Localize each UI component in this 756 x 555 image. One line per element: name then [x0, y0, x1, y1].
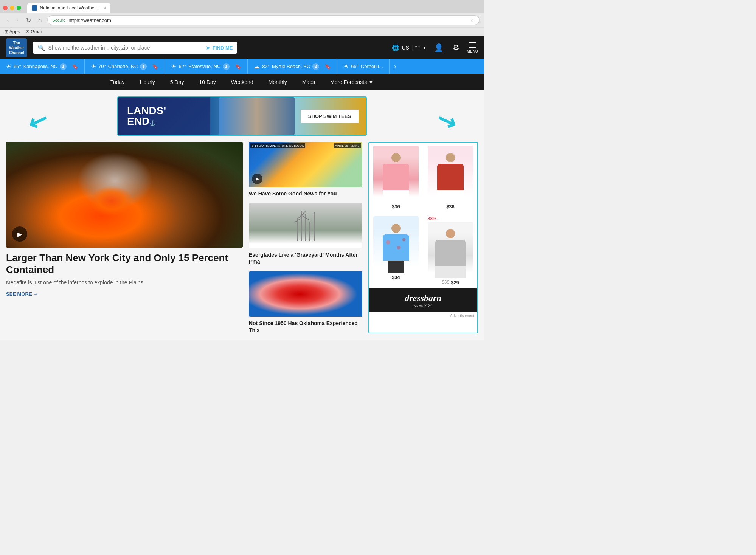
search-input[interactable]: [48, 45, 203, 51]
nav-maps[interactable]: Maps: [295, 74, 323, 90]
location-item-4[interactable]: ☀ 65° Corneliu...: [337, 59, 390, 74]
location-item-2[interactable]: ☀ 62° Statesville, NC 1 🔖: [165, 59, 248, 74]
fire-glow: [89, 186, 134, 216]
discount-badge-3: -48%: [427, 216, 436, 221]
temp-unit-display: °F: [415, 45, 420, 51]
url-text: https://weather.com: [68, 17, 467, 23]
location-city-1: Charlotte, NC: [108, 64, 138, 69]
ad-text-area: LANDS'END⚓: [118, 99, 210, 133]
side-article-image-0: 8-14 DAY TEMPERATURE OUTLOOK APRIL 26 - …: [249, 142, 362, 187]
forward-button[interactable]: ›: [14, 16, 20, 24]
ad-banner-area: ↙ ↘ LANDS'END⚓ SHOP SWIM TEES: [6, 96, 478, 136]
maximize-window-dot[interactable]: [17, 6, 21, 10]
dressbarn-sizes: sizes 2-24: [374, 303, 473, 308]
reload-button[interactable]: ↻: [24, 16, 33, 25]
bookmark-icon-1[interactable]: 🔖: [152, 64, 158, 70]
content-grid: ▶ Larger Than New York City and Only 15 …: [6, 142, 478, 333]
video-overlay-badge: 8-14 DAY TEMPERATURE OUTLOOK: [250, 143, 305, 148]
side-article-image-2: [249, 271, 362, 317]
ad-banner-inner: LANDS'END⚓ SHOP SWIM TEES: [118, 97, 366, 135]
ad-product-image-0: [373, 146, 419, 202]
hamburger-menu-button[interactable]: MENU: [467, 42, 478, 53]
side-article-title-2: Not Since 1950 Has Oklahoma Experienced …: [249, 320, 362, 333]
ad-cta-button[interactable]: SHOP SWIM TEES: [301, 110, 359, 123]
side-article-1[interactable]: Everglades Like a 'Graveyard' Months Aft…: [249, 203, 362, 265]
minimize-window-dot[interactable]: [10, 6, 14, 10]
nav-hourly[interactable]: Hourly: [132, 74, 162, 90]
home-button[interactable]: ⌂: [36, 16, 45, 24]
back-button[interactable]: ‹: [5, 16, 11, 24]
find-me-button[interactable]: ➤ FIND ME: [206, 45, 233, 51]
globe-icon: 🌐: [392, 44, 399, 51]
tab-close-button[interactable]: ×: [104, 6, 106, 10]
ad-product-2[interactable]: $34: [369, 213, 423, 288]
nav-10day[interactable]: 10 Day: [191, 74, 223, 90]
ad-product-grid: $36 $36: [369, 143, 477, 288]
bookmark-icon-3[interactable]: 🔖: [324, 64, 331, 70]
tab-bar: National and Local Weather Ra ×: [0, 0, 484, 13]
location-badge-0: 1: [60, 63, 67, 70]
ad-brand-footer[interactable]: dressbarn sizes 2-24: [369, 288, 477, 312]
settings-gear-icon[interactable]: ⚙: [451, 42, 461, 54]
menu-line-1: [469, 42, 476, 43]
bookmark-icon-2[interactable]: 🔖: [235, 64, 241, 70]
ad-product-price-3: $29: [451, 280, 459, 285]
bookmark-icon-0[interactable]: 🔖: [72, 64, 78, 70]
see-more-link[interactable]: SEE MORE →: [6, 291, 243, 297]
user-profile-icon[interactable]: 👤: [433, 42, 445, 54]
bookmark-star-icon[interactable]: ☆: [470, 17, 475, 23]
ad-product-image-1: [428, 146, 473, 202]
nav-today[interactable]: Today: [103, 74, 132, 90]
main-article: ▶ Larger Than New York City and Only 15 …: [6, 142, 243, 333]
location-next-button[interactable]: ›: [390, 59, 401, 74]
ad-product-1[interactable]: $36: [424, 143, 477, 212]
active-tab[interactable]: National and Local Weather Ra ×: [27, 3, 110, 13]
side-article-0[interactable]: 8-14 DAY TEMPERATURE OUTLOOK APRIL 26 - …: [249, 142, 362, 197]
dropdown-arrow-icon: ▼: [423, 46, 427, 50]
window-controls[interactable]: [3, 6, 21, 10]
ad-product-price-2: $34: [392, 274, 400, 280]
ad-image-area: SHOP SWIM TEES: [210, 97, 366, 135]
weather-channel-logo[interactable]: The Weather Channel: [6, 38, 27, 57]
location-city-3: Myrtle Beach, SC: [272, 64, 310, 69]
region-selector[interactable]: 🌐 US | °F ▼: [392, 44, 426, 51]
location-temp-0: 65°: [14, 64, 21, 69]
sun-icon-4: ☀: [343, 63, 349, 70]
nav-monthly[interactable]: Monthly: [261, 74, 295, 90]
bookmarks-bar: ⊞ Apps ✉ Gmail: [0, 27, 484, 36]
lands-end-ad-banner[interactable]: LANDS'END⚓ SHOP SWIM TEES: [117, 96, 367, 136]
tab-title: National and Local Weather Ra: [40, 5, 101, 11]
location-bar: ☀ 65° Kannapolis, NC 1 🔖 ☀ 70° Charlotte…: [0, 59, 484, 74]
ad-product-3[interactable]: -48% $38 $29: [424, 213, 477, 288]
nav-menu: Today Hourly 5 Day 10 Day Weekend Monthl…: [0, 74, 484, 90]
location-item-0[interactable]: ☀ 65° Kannapolis, NC 1 🔖: [0, 59, 85, 74]
location-item-3[interactable]: ☁ 82° Myrtle Beach, SC 2 🔖: [248, 59, 337, 74]
secure-icon: Secure: [52, 18, 65, 22]
main-content: ↙ ↘ LANDS'END⚓ SHOP SWIM TEES: [0, 90, 484, 340]
nav-bar: ‹ › ↻ ⌂ Secure https://weather.com ☆: [0, 13, 484, 27]
ad-product-0[interactable]: $36: [369, 143, 423, 212]
side-article-title-1: Everglades Like a 'Graveyard' Months Aft…: [249, 251, 362, 265]
location-item-1[interactable]: ☀ 70° Charlotte, NC 1 🔖: [85, 59, 165, 74]
search-bar[interactable]: 🔍 ➤ FIND ME: [33, 42, 237, 54]
menu-line-2: [469, 45, 476, 45]
nav-more-forecasts[interactable]: More Forecasts ▼: [323, 74, 381, 90]
address-bar[interactable]: Secure https://weather.com ☆: [47, 15, 480, 25]
bookmark-gmail[interactable]: ✉ Gmail: [26, 29, 43, 34]
advertisement-label: Advertisement: [369, 312, 477, 319]
side-articles: 8-14 DAY TEMPERATURE OUTLOOK APRIL 26 - …: [249, 142, 362, 333]
nav-weekend[interactable]: Weekend: [224, 74, 261, 90]
ad-product-image-3: [428, 222, 473, 278]
location-temp-3: 82°: [262, 64, 270, 69]
location-city-2: Statesville, NC: [188, 64, 220, 69]
side-play-button-0[interactable]: ▶: [252, 174, 262, 184]
close-window-dot[interactable]: [3, 6, 8, 10]
ad-product-price-0: $36: [392, 204, 400, 209]
nav-5day[interactable]: 5 Day: [163, 74, 192, 90]
dropdown-chevron-icon: ▼: [368, 79, 374, 85]
location-temp-2: 62°: [179, 64, 186, 69]
bookmark-apps[interactable]: ⊞ Apps: [5, 29, 20, 34]
video-play-button[interactable]: ▶: [12, 226, 27, 242]
side-article-2[interactable]: Not Since 1950 Has Oklahoma Experienced …: [249, 271, 362, 333]
ad-product-price-1: $36: [446, 204, 455, 209]
